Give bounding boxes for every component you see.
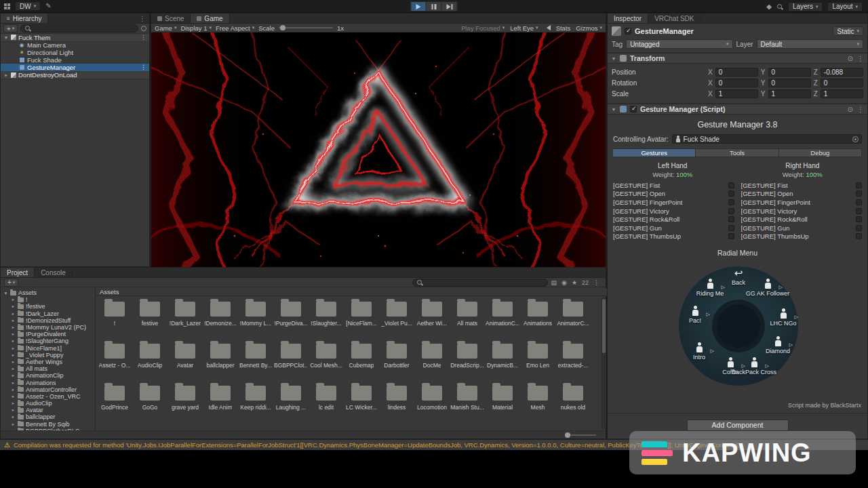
tag-dropdown[interactable]: Untagged▾ bbox=[626, 39, 732, 49]
foldout-arrow-icon[interactable]: ▼ bbox=[3, 35, 9, 40]
tree-folder[interactable]: ▸ Assetz - Ozen_VRC bbox=[1, 393, 95, 400]
gesture-checkbox[interactable] bbox=[856, 199, 862, 205]
asset-folder[interactable]: !Mommy L... bbox=[238, 298, 273, 340]
asset-folder[interactable]: !PurgeDiva... bbox=[273, 298, 309, 340]
asset-folder[interactable]: Idle Anim bbox=[203, 382, 238, 424]
foldout-arrow-icon[interactable]: ▼ bbox=[611, 56, 616, 61]
asset-folder[interactable]: lindess bbox=[379, 382, 414, 424]
layers-dropdown[interactable]: Layers▾ bbox=[788, 2, 823, 12]
foldout-arrow-icon[interactable]: ▸ bbox=[11, 373, 16, 378]
hierarchy-item[interactable]: Main Camera bbox=[1, 42, 149, 49]
add-component-button[interactable]: Add Component bbox=[687, 420, 789, 431]
presets-icon[interactable]: ⊙ bbox=[848, 55, 853, 62]
radial-menu-item[interactable]: ▷ Pac! bbox=[667, 306, 724, 324]
asset-folder[interactable]: DynamicB... bbox=[485, 340, 520, 382]
asset-folder[interactable]: Bennett By... bbox=[238, 340, 273, 382]
tree-folder[interactable]: ▸ Avatar bbox=[1, 407, 95, 413]
asset-folder[interactable]: Emo Len bbox=[520, 340, 555, 382]
asset-folder[interactable]: AnimatorC... bbox=[555, 298, 591, 340]
gesture-manager-component-header[interactable]: ▼ Gesture Manager (Script) ⊙⋮ bbox=[608, 104, 867, 115]
foldout-arrow-icon[interactable]: ▸ bbox=[11, 346, 16, 351]
scene-header[interactable]: ▼ Fuck Them ⋮ bbox=[1, 34, 149, 42]
create-button[interactable]: +▾ bbox=[4, 279, 18, 287]
game-menu-dropdown[interactable]: Game▾ bbox=[155, 24, 176, 32]
presets-icon[interactable]: ⊙ bbox=[848, 106, 853, 113]
inspector-tab[interactable]: Inspector bbox=[608, 14, 648, 23]
y-field[interactable]: 0 bbox=[768, 79, 811, 87]
thumbnail-size-slider[interactable] bbox=[565, 434, 596, 436]
hierarchy-item[interactable]: GestureManager bbox=[1, 64, 149, 71]
tree-folder[interactable]: ▸ AnimatorController bbox=[1, 386, 95, 393]
hierarchy-item[interactable]: Directional Light bbox=[1, 49, 149, 56]
gesture-checkbox[interactable] bbox=[856, 216, 862, 222]
foldout-arrow-icon[interactable]: ▸ bbox=[11, 311, 16, 317]
tree-folder[interactable]: ▸ !festive bbox=[1, 303, 95, 310]
tree-folder[interactable]: ▸ AudioClip bbox=[1, 400, 95, 407]
search-by-label-icon[interactable]: ◉ bbox=[561, 279, 567, 286]
asset-folder[interactable]: DocMe bbox=[414, 340, 450, 382]
foldout-arrow-icon[interactable]: ▸ bbox=[11, 297, 16, 302]
gm-tab[interactable]: Gestures bbox=[613, 148, 696, 157]
eye-dropdown[interactable]: Left Eye▾ bbox=[510, 24, 538, 32]
foldout-arrow-icon[interactable]: ▸ bbox=[11, 331, 16, 337]
foldout-arrow-icon[interactable]: ▸ bbox=[11, 304, 16, 309]
gesture-checkbox[interactable] bbox=[728, 233, 734, 239]
foldout-arrow-icon[interactable]: ▸ bbox=[11, 318, 16, 323]
layout-dropdown[interactable]: Layout▾ bbox=[827, 2, 863, 12]
gameobject-name[interactable]: GestureManager bbox=[635, 27, 829, 35]
y-field[interactable]: 1 bbox=[768, 89, 811, 98]
tree-folder[interactable]: ▸ !Dark_Lazer bbox=[1, 310, 95, 317]
stats-button[interactable]: Stats bbox=[556, 24, 571, 32]
asset-folder[interactable]: DreadScrip... bbox=[450, 340, 485, 382]
scene-header-dontdestroy[interactable]: ▸ DontDestroyOnLoad bbox=[1, 72, 149, 80]
component-menu-icon[interactable]: ⋮ bbox=[857, 55, 864, 62]
z-field[interactable]: 1 bbox=[821, 89, 863, 98]
asset-folder[interactable]: Manish Stu... bbox=[450, 382, 485, 424]
asset-folder[interactable]: GoGo bbox=[132, 382, 167, 424]
asset-folder[interactable]: Animations bbox=[520, 298, 555, 340]
search-icon[interactable] bbox=[776, 3, 783, 10]
tree-folder[interactable]: ▸ _Violet Puppy bbox=[1, 352, 95, 359]
foldout-arrow-icon[interactable]: ▸ bbox=[3, 73, 9, 78]
foldout-arrow-icon[interactable]: ▸ bbox=[11, 359, 16, 365]
step-button[interactable] bbox=[442, 1, 458, 12]
z-field[interactable]: 0 bbox=[821, 79, 863, 87]
asset-folder[interactable]: extracted-... bbox=[555, 340, 591, 382]
tree-folder[interactable]: ▸ !SlaughterGang bbox=[1, 338, 95, 344]
tab-hierarchy[interactable]: ≡Hierarchy bbox=[1, 14, 48, 23]
scale-slider[interactable] bbox=[279, 27, 333, 28]
asset-folder[interactable]: GodPrince bbox=[97, 382, 132, 424]
gesture-checkbox[interactable] bbox=[728, 208, 734, 214]
asset-folder[interactable]: festive bbox=[132, 298, 167, 340]
asset-folder[interactable]: Locomotion bbox=[414, 382, 450, 424]
tree-folder[interactable]: ▸ Animations bbox=[1, 379, 95, 386]
gesture-checkbox[interactable] bbox=[728, 190, 734, 197]
gesture-checkbox[interactable] bbox=[856, 190, 862, 197]
radial-menu-item[interactable]: ▷ BackPack Cross bbox=[726, 357, 783, 375]
gesture-checkbox[interactable] bbox=[728, 225, 734, 231]
transform-component-header[interactable]: ▼ Transform ⊙⋮ bbox=[608, 53, 867, 64]
asset-folder[interactable]: [NiceFlam... bbox=[344, 298, 379, 340]
pause-button[interactable] bbox=[427, 1, 442, 12]
account-dropdown[interactable]: DW▾ bbox=[15, 1, 41, 11]
asset-folder[interactable]: Cool Mesh... bbox=[309, 340, 344, 382]
project-tab[interactable]: Console bbox=[35, 268, 73, 277]
tree-folder[interactable]: ▸ ballclapper bbox=[1, 413, 95, 420]
asset-folder[interactable]: BGBPPClot... bbox=[273, 340, 309, 382]
asset-folder[interactable]: Mesh bbox=[520, 382, 555, 424]
foldout-arrow-icon[interactable]: ▸ bbox=[11, 401, 16, 406]
tree-folder[interactable]: ▸ !DemonizedStuff bbox=[1, 317, 95, 324]
tree-folder[interactable]: ▸ ! bbox=[1, 296, 95, 303]
active-checkbox[interactable] bbox=[625, 28, 631, 35]
tree-folder[interactable]: ▼ Assets bbox=[1, 289, 95, 296]
gesture-checkbox[interactable] bbox=[728, 182, 734, 188]
foldout-arrow-icon[interactable]: ▼ bbox=[3, 291, 8, 296]
gm-tab[interactable]: Tools bbox=[696, 148, 778, 157]
tree-folder[interactable]: ▸ [NiceFlame1] bbox=[1, 345, 95, 352]
gizmos-dropdown[interactable]: Gizmos▾ bbox=[576, 24, 602, 32]
mute-audio-icon[interactable] bbox=[544, 25, 551, 30]
gesture-checkbox[interactable] bbox=[856, 208, 862, 214]
play-button[interactable] bbox=[411, 1, 427, 12]
asset-folder[interactable]: AudioClip bbox=[132, 340, 167, 382]
foldout-arrow-icon[interactable]: ▸ bbox=[11, 338, 16, 344]
